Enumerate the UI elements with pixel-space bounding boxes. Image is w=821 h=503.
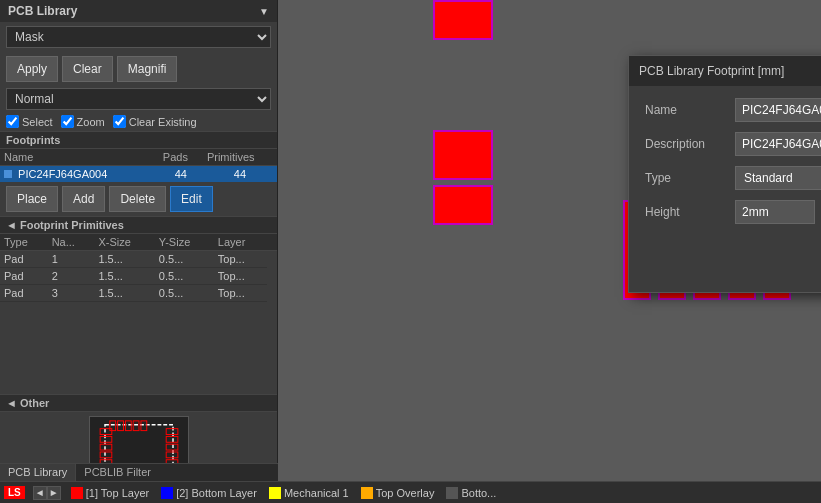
dialog-body: Name Description Type Standard SMD Throu… <box>629 86 821 246</box>
dialog-height-label: Height <box>645 205 735 219</box>
left-panel: PCB Library ▼ Mask Apply Clear Magnifi N… <box>0 0 278 490</box>
layer3-swatch <box>269 487 281 499</box>
svg-rect-9 <box>166 452 178 458</box>
canvas-area[interactable]: PCB Library Footprint [mm] ✕ Name Descri… <box>278 0 821 481</box>
layer5-label: Botto... <box>461 487 496 499</box>
other-section-header: ◄ Other <box>0 394 277 412</box>
mask-row: Mask <box>0 22 277 52</box>
dialog-height-input[interactable] <box>735 200 815 224</box>
button-row: Apply Clear Magnifi <box>0 52 277 86</box>
svg-rect-13 <box>125 421 131 431</box>
prim-col-xsize: X-Size <box>94 234 154 251</box>
layer1-label: [1] Top Layer <box>86 487 149 499</box>
footprints-table: Name Pads Primitives PIC24FJ64GA004 44 4… <box>0 149 277 182</box>
primitives-section: Type Na... X-Size Y-Size Layer Pad 1 1.5… <box>0 234 277 394</box>
place-button[interactable]: Place <box>6 186 58 212</box>
layer4-label: Top Overlay <box>376 487 435 499</box>
mode-select[interactable]: Normal <box>6 88 271 110</box>
layer5-swatch <box>446 487 458 499</box>
delete-button[interactable]: Delete <box>109 186 166 212</box>
layer3-label: Mechanical 1 <box>284 487 349 499</box>
dialog-type-select[interactable]: Standard SMD Through-hole <box>735 166 821 190</box>
edit-button[interactable]: Edit <box>170 186 213 212</box>
table-row[interactable]: Pad 2 1.5... 0.5... Top... <box>0 268 277 285</box>
dialog-buttons: OK Cancel <box>629 246 821 292</box>
dialog-name-input[interactable] <box>735 98 821 122</box>
dialog-title-bar: PCB Library Footprint [mm] ✕ <box>629 56 821 86</box>
table-row[interactable]: Pad 3 1.5... 0.5... Top... <box>0 285 277 302</box>
checkbox-row: Select Zoom Clear Existing <box>0 112 277 131</box>
table-row[interactable]: Pad 1 1.5... 0.5... Top... <box>0 251 277 268</box>
mask-select[interactable]: Mask <box>6 26 271 48</box>
svg-rect-3 <box>100 444 112 450</box>
status-nav: ◄ ► <box>33 486 61 500</box>
footprint-primitives-cell: 44 <box>203 166 277 183</box>
select-checkbox[interactable] <box>6 115 19 128</box>
footprints-col-pads: Pads <box>159 149 203 166</box>
prim-col-layer: Layer <box>214 234 267 251</box>
pcb-shape <box>433 0 493 40</box>
layer2-swatch <box>161 487 173 499</box>
svg-rect-7 <box>166 436 178 442</box>
svg-rect-4 <box>100 452 112 458</box>
layer1-swatch <box>71 487 83 499</box>
status-layer-4: Top Overlay <box>361 487 435 499</box>
bottom-tabs: PCB Library PCBLIB Filter <box>0 463 278 481</box>
tab-pcblib-filter[interactable]: PCBLIB Filter <box>76 464 159 481</box>
footprints-col-primitives: Primitives <box>203 149 277 166</box>
dialog-type-row: Type Standard SMD Through-hole <box>645 166 821 190</box>
status-nav-left[interactable]: ◄ <box>33 486 47 500</box>
svg-rect-2 <box>100 436 112 442</box>
footprint-pads-cell: 44 <box>159 166 203 183</box>
status-ls-badge: LS <box>4 486 25 499</box>
dialog: PCB Library Footprint [mm] ✕ Name Descri… <box>628 55 821 293</box>
dialog-description-label: Description <box>645 137 735 151</box>
status-layer-5: Botto... <box>446 487 496 499</box>
clear-button[interactable]: Clear <box>62 56 113 82</box>
footprints-table-container: Name Pads Primitives PIC24FJ64GA004 44 4… <box>0 149 277 182</box>
clear-existing-checkbox[interactable] <box>113 115 126 128</box>
pcb-shape <box>433 130 493 180</box>
footprints-section-header: Footprints <box>0 131 277 149</box>
footprint-name-cell: PIC24FJ64GA004 <box>0 166 148 183</box>
select-checkbox-label[interactable]: Select <box>6 115 53 128</box>
action-row: Place Add Delete Edit <box>0 182 277 216</box>
status-layer-3: Mechanical 1 <box>269 487 349 499</box>
dialog-name-row: Name <box>645 98 821 122</box>
table-row[interactable]: PIC24FJ64GA004 44 44 <box>0 166 277 183</box>
add-button[interactable]: Add <box>62 186 105 212</box>
tab-pcb-library[interactable]: PCB Library <box>0 464 76 481</box>
magnify-button[interactable]: Magnifi <box>117 56 178 82</box>
status-bar: LS ◄ ► [1] Top Layer [2] Bottom Layer Me… <box>0 481 821 503</box>
zoom-checkbox[interactable] <box>61 115 74 128</box>
footprints-col-name: Name <box>0 149 148 166</box>
prim-col-scroll <box>267 234 277 251</box>
footprints-col-blank <box>148 149 159 166</box>
clear-existing-checkbox-label[interactable]: Clear Existing <box>113 115 197 128</box>
svg-rect-12 <box>117 421 123 431</box>
prim-col-type: Type <box>0 234 48 251</box>
status-layer-2: [2] Bottom Layer <box>161 487 257 499</box>
svg-rect-15 <box>140 421 146 431</box>
panel-title: PCB Library ▼ <box>0 0 277 22</box>
layer2-label: [2] Bottom Layer <box>176 487 257 499</box>
dialog-description-row: Description <box>645 132 821 156</box>
status-layer-1: [1] Top Layer <box>71 487 149 499</box>
dialog-height-row: Height Area <box>645 200 821 224</box>
apply-button[interactable]: Apply <box>6 56 58 82</box>
primitives-table-container: Type Na... X-Size Y-Size Layer Pad 1 1.5… <box>0 234 277 394</box>
primitives-table: Type Na... X-Size Y-Size Layer Pad 1 1.5… <box>0 234 277 302</box>
dialog-name-label: Name <box>645 103 735 117</box>
prim-col-name: Na... <box>48 234 95 251</box>
panel-collapse-icon[interactable]: ▼ <box>259 6 269 17</box>
dialog-type-label: Type <box>645 171 735 185</box>
svg-rect-6 <box>166 429 178 435</box>
svg-rect-14 <box>133 421 139 431</box>
dialog-title-text: PCB Library Footprint [mm] <box>639 64 784 78</box>
dialog-description-input[interactable] <box>735 132 821 156</box>
svg-rect-8 <box>166 444 178 450</box>
status-nav-right[interactable]: ► <box>47 486 61 500</box>
panel-title-text: PCB Library <box>8 4 77 18</box>
primitives-section-header: ◄ Footprint Primitives <box>0 216 277 234</box>
zoom-checkbox-label[interactable]: Zoom <box>61 115 105 128</box>
